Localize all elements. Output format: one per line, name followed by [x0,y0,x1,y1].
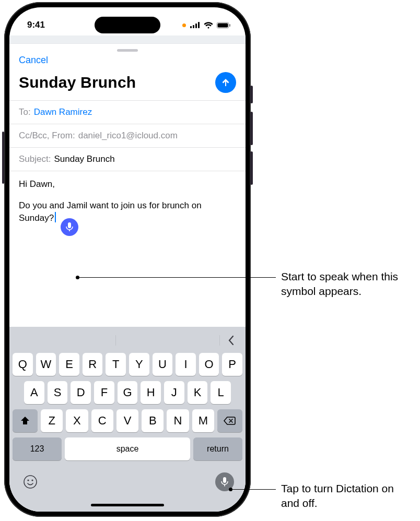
key-y[interactable]: Y [129,353,149,376]
backspace-key[interactable] [217,409,242,432]
key-j[interactable]: J [164,381,184,404]
svg-rect-0 [190,26,192,28]
emoji-key[interactable] [21,472,40,491]
wifi-icon [204,22,213,29]
to-label: To: [19,107,31,117]
key-z[interactable]: Z [41,409,63,432]
key-row-2: ASDFGHJKL [9,381,246,404]
key-i[interactable]: I [176,353,196,376]
svg-rect-12 [223,477,226,483]
volume-up-button [250,112,253,145]
svg-rect-13 [224,484,225,487]
svg-rect-6 [229,24,230,27]
svg-rect-8 [69,230,70,231]
subject-label: Subject: [19,154,51,164]
key-e[interactable]: E [59,353,79,376]
key-r[interactable]: R [83,353,103,376]
message-body[interactable]: Hi Dawn, Do you and Jamil want to join u… [9,171,246,241]
body-line-1: Hi Dawn, [19,179,236,191]
backspace-icon [224,416,236,425]
from-value: daniel_rico1@icloud.com [78,131,178,141]
subject-field[interactable]: Subject: Sunday Brunch [9,147,246,171]
key-g[interactable]: G [118,381,138,404]
numbers-key[interactable]: 123 [13,437,62,460]
sheet-backdrop [9,35,246,44]
key-d[interactable]: D [71,381,91,404]
compose-title: Sunday Brunch [19,74,136,91]
key-m[interactable]: M [192,409,214,432]
svg-rect-5 [218,23,228,27]
emoji-icon [22,474,38,490]
body-line-2: Do you and Jamil want to join us for bru… [19,200,202,223]
microphone-icon [220,477,229,487]
key-row-1: QWERTYUIOP [9,353,246,376]
svg-point-11 [31,479,33,481]
key-x[interactable]: X [66,409,88,432]
key-l[interactable]: L [211,381,231,404]
key-v[interactable]: V [116,409,138,432]
to-recipient[interactable]: Dawn Ramirez [34,107,92,117]
svg-rect-1 [193,25,194,28]
callout-1-line [78,277,276,278]
shift-key[interactable] [13,409,38,432]
callout-2-line [231,489,276,490]
key-w[interactable]: W [36,353,56,376]
key-n[interactable]: N [167,409,189,432]
key-h[interactable]: H [141,381,161,404]
arrow-up-icon [220,77,231,88]
key-row-4: 123 space return [9,437,246,460]
mute-switch [250,86,253,103]
key-s[interactable]: S [48,381,68,404]
key-k[interactable]: K [188,381,208,404]
svg-point-10 [27,479,29,481]
svg-rect-7 [68,222,71,228]
compose-sheet: Cancel Sunday Brunch To: Dawn Ramirez Cc… [9,45,246,512]
callout-1-text: Start to speak when this symbol appears. [281,269,412,299]
cancel-button[interactable]: Cancel [19,55,48,65]
subject-value: Sunday Brunch [54,154,114,164]
mic-in-use-indicator [182,23,186,27]
key-b[interactable]: B [142,409,164,432]
key-row-3: ZXCVBNM [9,409,246,432]
iphone-frame: 9:41 Cancel Sunday Brunch To: [4,2,251,517]
volume-down-button [250,151,253,185]
microphone-icon [65,222,74,232]
callout-2-text: Tap to turn Dictation on and off. [281,481,412,511]
to-field[interactable]: To: Dawn Ramirez [9,100,246,124]
key-f[interactable]: F [94,381,114,404]
prediction-1[interactable] [11,331,115,350]
dictation-indicator[interactable] [61,218,78,236]
cc-bcc-from-field[interactable]: Cc/Bcc, From: daniel_rico1@icloud.com [9,124,246,147]
key-t[interactable]: T [106,353,126,376]
key-p[interactable]: P [222,353,242,376]
shift-icon [20,416,30,425]
svg-rect-2 [195,23,197,28]
key-c[interactable]: C [91,409,113,432]
side-button [2,132,4,184]
return-key[interactable]: return [193,437,242,460]
send-button[interactable] [215,72,236,93]
svg-point-9 [24,476,37,488]
cc-bcc-from-label: Cc/Bcc, From: [19,131,75,141]
key-o[interactable]: O [199,353,219,376]
key-q[interactable]: Q [13,353,33,376]
key-u[interactable]: U [153,353,173,376]
status-time: 9:41 [27,20,45,30]
text-cursor [55,212,56,222]
space-key[interactable]: space [65,437,190,460]
keyboard[interactable]: QWERTYUIOP ASDFGHJKL ZXCVBNM 123 space r… [9,327,246,512]
svg-rect-3 [198,22,200,28]
chevron-left-icon [228,335,235,346]
prediction-bar [9,329,246,353]
home-indicator[interactable] [91,504,164,506]
dynamic-island [95,17,160,33]
battery-icon [216,22,231,29]
prediction-2[interactable] [115,331,219,350]
key-a[interactable]: A [24,381,44,404]
collapse-prediction-button[interactable] [219,331,243,350]
cellular-icon [190,22,201,28]
